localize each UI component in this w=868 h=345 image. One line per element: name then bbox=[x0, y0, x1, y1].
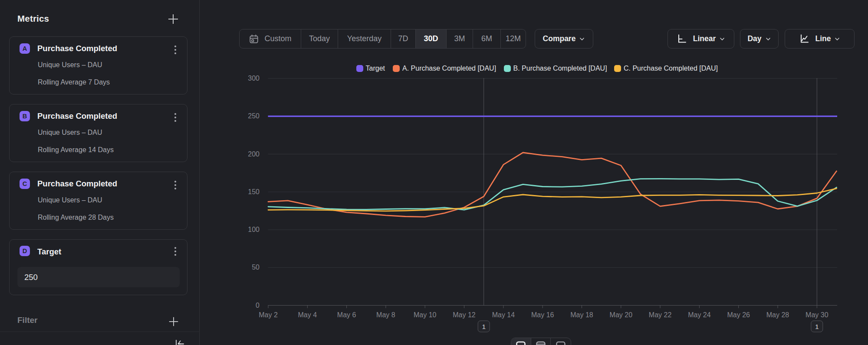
svg-text:May 16: May 16 bbox=[531, 311, 554, 319]
svg-text:May 6: May 6 bbox=[337, 311, 356, 319]
svg-text:150: 150 bbox=[248, 188, 260, 195]
svg-text:May 26: May 26 bbox=[727, 311, 750, 319]
svg-text:200: 200 bbox=[248, 150, 260, 158]
svg-text:May 2: May 2 bbox=[259, 311, 278, 319]
svg-text:May 22: May 22 bbox=[649, 311, 672, 319]
svg-text:May 24: May 24 bbox=[688, 311, 711, 319]
svg-text:250: 250 bbox=[248, 112, 260, 120]
svg-text:300: 300 bbox=[248, 75, 260, 82]
svg-text:May 10: May 10 bbox=[414, 311, 437, 319]
svg-text:May 30: May 30 bbox=[806, 311, 829, 319]
svg-text:100: 100 bbox=[248, 226, 260, 233]
svg-text:50: 50 bbox=[252, 264, 260, 271]
svg-text:May 20: May 20 bbox=[610, 311, 633, 319]
svg-text:May 14: May 14 bbox=[492, 311, 515, 319]
svg-text:1: 1 bbox=[815, 323, 819, 330]
svg-text:1: 1 bbox=[482, 323, 486, 330]
svg-text:May 28: May 28 bbox=[766, 311, 789, 319]
svg-text:May 4: May 4 bbox=[298, 311, 317, 319]
svg-text:May 18: May 18 bbox=[570, 311, 593, 319]
svg-text:May 8: May 8 bbox=[376, 311, 395, 319]
svg-text:0: 0 bbox=[256, 302, 260, 309]
svg-text:May 12: May 12 bbox=[453, 311, 476, 319]
